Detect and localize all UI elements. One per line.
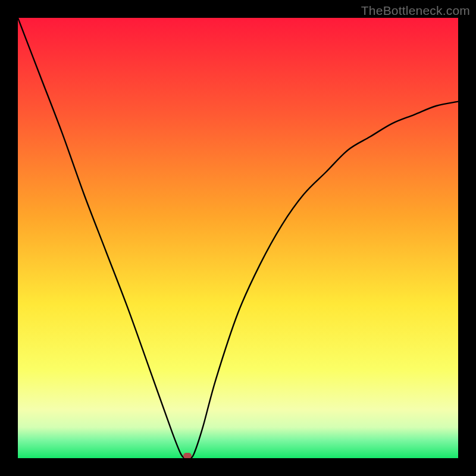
plot-area [18,18,458,458]
chart-frame: TheBottleneck.com [0,0,476,476]
curve-path [18,18,458,458]
bottleneck-curve [18,18,458,458]
watermark-text: TheBottleneck.com [361,4,470,18]
optimal-marker [183,453,192,458]
